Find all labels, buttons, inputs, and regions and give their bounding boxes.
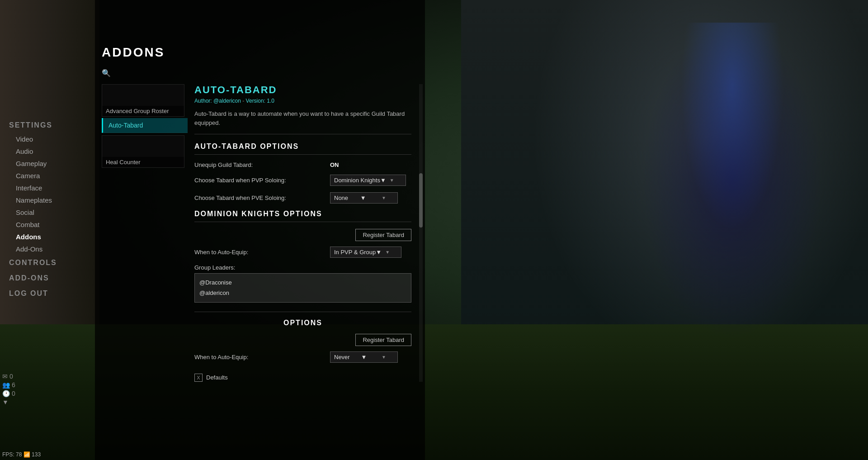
sidebar-item-social[interactable]: Social — [0, 206, 97, 218]
addon-meta: Author: @aldericon - Version: 1.0 — [194, 98, 411, 104]
register-tabard-button[interactable]: Register Tabard — [355, 229, 411, 241]
pve-tabard-value: None — [334, 194, 348, 201]
auto-equip-dropdown[interactable]: In PVP & Group ▼ — [330, 247, 401, 258]
addon-item-auto-tabard[interactable]: Auto-Tabard — [102, 118, 188, 133]
defaults-label: Defaults — [206, 374, 228, 381]
auto-equip-value: In PVP & Group — [334, 249, 376, 256]
clock-count: 0 — [12, 390, 15, 397]
ping-value: 133 — [32, 451, 41, 458]
group-count: 6 — [12, 381, 15, 389]
option-auto-equip-2: When to Auto-Equip: Never ▼ — [194, 351, 411, 363]
content-wrapper: Advanced Group Roster Auto-Tabard Heal C… — [97, 84, 423, 382]
sidebar-item-combat[interactable]: Combat — [0, 218, 97, 231]
sidebar-item-audio[interactable]: Audio — [0, 145, 97, 157]
auto-equip-value-2: Never — [334, 354, 350, 360]
dominion-options-title: DOMINION KNIGHTS OPTIONS — [194, 210, 411, 222]
auto-equip-label-2: When to Auto-Equip: — [194, 354, 330, 360]
hud-group-icon[interactable]: 👥 6 — [2, 381, 15, 389]
option-pve-tabard: Choose Tabard when PVE Soloing: None ▼ — [194, 192, 411, 204]
hud-arrow-icon[interactable]: ▼ — [2, 398, 15, 406]
addon-details-panel: AUTO-TABARD Author: @aldericon - Version… — [194, 84, 418, 382]
addon-item-advanced-group-roster[interactable]: Advanced Group Roster — [102, 84, 184, 117]
pvp-tabard-dropdown[interactable]: Dominion Knights ▼ — [330, 175, 406, 186]
clock-icon: 🕐 — [2, 390, 10, 397]
hud-icons: ✉ 0 👥 6 🕐 0 ▼ — [2, 373, 15, 406]
addon-list-panel: Advanced Group Roster Auto-Tabard Heal C… — [102, 84, 188, 382]
page-title: ADDONS — [97, 45, 423, 60]
main-content: ADDONS 🔍 Advanced Group Roster Auto-Taba… — [97, 45, 423, 382]
addon-description: Auto-Tabard is a way to automate when yo… — [194, 109, 411, 134]
sidebar-item-nameplates[interactable]: Nameplates — [0, 194, 97, 206]
mail-count: 0 — [9, 373, 13, 380]
group-icon: 👥 — [2, 381, 10, 389]
arrow-icon: ▼ — [2, 398, 9, 406]
pve-tabard-label: Choose Tabard when PVE Soloing: — [194, 194, 330, 201]
register-tabard-button-2[interactable]: Register Tabard — [355, 334, 411, 346]
addon-item-label: Advanced Group Roster — [102, 106, 184, 116]
version-label: Version: — [246, 98, 265, 104]
controls-section-label: CONTROLS — [0, 255, 97, 270]
addon-name: AUTO-TABARD — [194, 84, 411, 96]
scrollbar-thumb[interactable] — [419, 173, 423, 228]
auto-equip-label: When to Auto-Equip: — [194, 249, 330, 256]
option-auto-equip: When to Auto-Equip: In PVP & Group ▼ — [194, 247, 411, 258]
addons-section-label[interactable]: ADD-ONS — [0, 270, 97, 286]
option-pvp-tabard: Choose Tabard when PVP Soloing: Dominion… — [194, 175, 411, 186]
dropdown-arrow-icon: ▼ — [361, 354, 367, 360]
pvp-tabard-value: Dominion Knights — [334, 177, 380, 184]
group-leaders-box: @Draconise @aldericon — [194, 273, 411, 303]
options-center-title: OPTIONS — [194, 319, 411, 327]
fps-value: 78 — [16, 451, 22, 458]
search-icon: 🔍 — [102, 69, 111, 77]
sidebar-item-interface[interactable]: Interface — [0, 182, 97, 194]
dropdown-arrow-icon: ▼ — [376, 249, 382, 256]
auto-tabard-options-title: AUTO-TABARD OPTIONS — [194, 142, 411, 155]
dropdown-arrow-icon: ▼ — [380, 177, 386, 184]
character-silhouette — [642, 23, 823, 339]
defaults-checkbox: X — [194, 374, 203, 382]
version-value: 1.0 — [267, 98, 274, 104]
group-leader-1: @Draconise — [199, 277, 406, 288]
option-unequip: Unequip Guild Tabard: ON — [194, 161, 411, 168]
pvp-tabard-label: Choose Tabard when PVP Soloing: — [194, 177, 330, 184]
mail-icon: ✉ — [2, 373, 8, 380]
unequip-value[interactable]: ON — [330, 161, 339, 168]
hud-mail-icon[interactable]: ✉ 0 — [2, 373, 15, 380]
defaults-button[interactable]: X Defaults — [194, 374, 228, 382]
group-leader-2: @aldericon — [199, 288, 406, 298]
auto-equip-dropdown-2[interactable]: Never ▼ — [330, 351, 398, 363]
options-section: OPTIONS Register Tabard When to Auto-Equ… — [194, 312, 411, 382]
sidebar-item-camera[interactable]: Camera — [0, 170, 97, 182]
sidebar-item-gameplay[interactable]: Gameplay — [0, 157, 97, 170]
group-leaders-section: Group Leaders: @Draconise @aldericon — [194, 264, 411, 303]
fps-label: FPS: — [2, 451, 14, 458]
author-value: @aldericon — [213, 98, 241, 104]
pve-tabard-dropdown[interactable]: None ▼ — [330, 192, 398, 204]
group-leaders-label: Group Leaders: — [194, 264, 330, 271]
logout-section-label[interactable]: LOG OUT — [0, 286, 97, 301]
addon-item-label: Heal Counter — [102, 157, 184, 167]
hud-clock-icon[interactable]: 🕐 0 — [2, 390, 15, 397]
sidebar-item-addons[interactable]: Addons — [0, 231, 97, 243]
fps-counter: FPS: 78 📶 133 — [2, 451, 41, 458]
addon-item-heal-counter[interactable]: Heal Counter — [102, 135, 184, 168]
sidebar-item-video[interactable]: Video — [0, 133, 97, 145]
settings-section-label: SETTINGS — [0, 118, 97, 133]
sidebar-item-add-ons[interactable]: Add-Ons — [0, 243, 97, 255]
dropdown-arrow-icon: ▼ — [360, 194, 366, 201]
scrollbar[interactable] — [419, 84, 423, 382]
search-bar: 🔍 — [97, 69, 423, 77]
author-label: Author: — [194, 98, 212, 104]
unequip-label: Unequip Guild Tabard: — [194, 161, 330, 168]
character-display — [642, 23, 823, 339]
